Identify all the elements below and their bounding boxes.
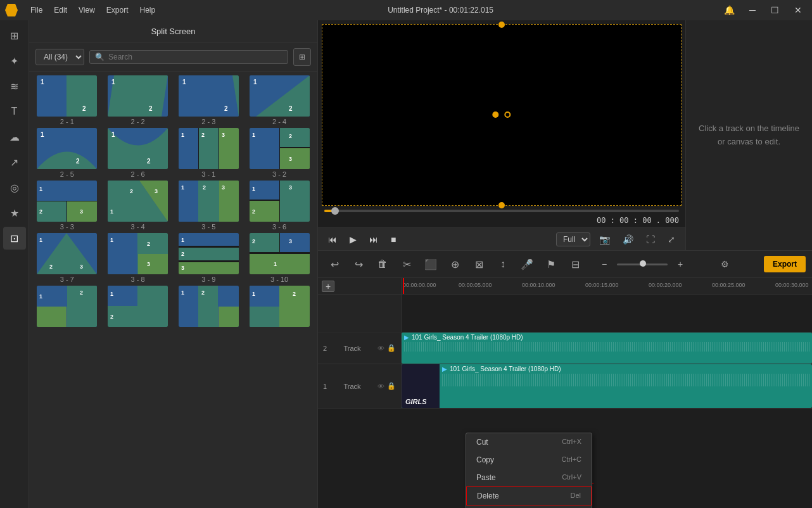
menu-help[interactable]: Help xyxy=(135,3,161,17)
list-item[interactable]: 1 2 3 3 - 7 xyxy=(33,233,101,283)
zoom-out-button[interactable]: − xyxy=(594,254,614,274)
thumbnail-3-3[interactable]: 1 2 3 xyxy=(37,181,97,222)
track-2-visibility-icon[interactable]: 👁 xyxy=(377,345,384,352)
text-icon[interactable]: T xyxy=(3,100,26,123)
thumbnail-3-1[interactable]: 1 2 3 xyxy=(179,128,239,169)
thumbnail-extra-2[interactable]: 1 2 xyxy=(108,286,168,327)
thumbnail-3-4[interactable]: 1 2 3 xyxy=(108,181,168,222)
grid-toggle-button[interactable]: ⊞ xyxy=(293,48,311,66)
crop-button[interactable]: ⊠ xyxy=(469,254,489,274)
quality-selector[interactable]: Full xyxy=(556,232,590,246)
minimize-button[interactable]: ─ xyxy=(744,3,761,18)
menu-file[interactable]: File xyxy=(25,3,48,17)
list-item[interactable]: 1 2 3 3 - 6 xyxy=(245,181,314,231)
screenshot-button[interactable]: 📷 xyxy=(595,232,614,247)
search-box[interactable]: 🔍 xyxy=(89,50,288,64)
list-item[interactable]: 1 2 xyxy=(175,286,243,328)
list-item[interactable]: 1 2 xyxy=(33,286,101,328)
track-1-content[interactable]: GIRLS ▶ 101 Girls_ Season 4 Trailer (108… xyxy=(402,364,812,408)
list-item[interactable]: 2 3 1 3 - 10 xyxy=(245,233,314,283)
close-button[interactable]: ✕ xyxy=(789,3,807,18)
context-menu-paste[interactable]: Paste Ctrl+V xyxy=(466,469,592,486)
list-item[interactable]: 1 2 3 3 - 8 xyxy=(104,233,172,283)
add-track-button[interactable]: + xyxy=(322,281,334,292)
thumbnail-3-5[interactable]: 1 2 3 xyxy=(179,181,239,222)
track-1-lock-icon[interactable]: 🔒 xyxy=(387,382,396,390)
thumbnail-3-9[interactable]: 1 2 3 xyxy=(179,233,239,274)
audio-button[interactable]: 🔊 xyxy=(619,232,637,247)
playback-progress-bar[interactable] xyxy=(324,210,679,212)
mic-button[interactable]: 🎤 xyxy=(517,254,537,274)
empty-track-content[interactable] xyxy=(402,295,812,332)
marker-button[interactable]: ⚑ xyxy=(541,254,561,274)
transition-icon[interactable]: ↗ xyxy=(3,151,26,174)
track-1-visibility-icon[interactable]: 👁 xyxy=(377,383,384,390)
search-input[interactable] xyxy=(108,53,282,61)
cloud-icon[interactable]: ☁ xyxy=(3,125,26,148)
redo-button[interactable]: ↪ xyxy=(348,254,369,274)
list-item[interactable]: 1 2 2 - 3 xyxy=(175,75,243,125)
color-icon[interactable]: ◎ xyxy=(3,176,26,199)
timeline-ruler[interactable]: 00:00:00.000 00:00:05.000 00:00:10.000 0… xyxy=(402,278,812,295)
thumbnail-2-5[interactable]: 1 2 xyxy=(37,128,97,169)
thumbnail-2-1[interactable]: 1 2 xyxy=(37,75,97,117)
list-item[interactable]: 1 2 3 3 - 3 xyxy=(33,181,101,231)
track-2-lock-icon[interactable]: 🔒 xyxy=(387,344,396,352)
star-icon[interactable]: ★ xyxy=(3,201,26,224)
track-1-clip[interactable]: GIRLS ▶ 101 Girls_ Season 4 Trailer (108… xyxy=(402,364,812,408)
list-item[interactable]: 1 2 3 3 - 2 xyxy=(245,128,314,178)
context-menu-copy[interactable]: Copy Ctrl+C xyxy=(466,451,592,469)
canvas-handle-top[interactable] xyxy=(498,22,505,28)
media-icon[interactable]: ⊞ xyxy=(3,24,26,47)
thumbnail-2-2[interactable]: 1 2 xyxy=(108,75,168,117)
list-item[interactable]: 1 2 3 3 - 4 xyxy=(104,181,172,231)
skip-back-button[interactable]: ⏮ xyxy=(324,232,341,247)
play-button[interactable]: ▶ xyxy=(346,232,360,247)
zoom-slider[interactable] xyxy=(617,264,668,265)
expand-button[interactable]: ⤢ xyxy=(664,232,679,247)
delete-button[interactable]: 🗑 xyxy=(372,254,393,274)
list-item[interactable]: 1 2 2 - 5 xyxy=(33,128,101,178)
track-2-clip[interactable]: ▶ 101 Girls_ Season 4 Trailer (1080p HD) xyxy=(402,333,812,364)
context-menu-delete[interactable]: Delete Del xyxy=(466,486,592,505)
export-button[interactable]: Export xyxy=(764,256,806,272)
context-menu-split[interactable]: Split Ctrl+B xyxy=(466,505,592,508)
list-item[interactable]: 1 2 xyxy=(245,286,314,328)
thumbnail-extra-4[interactable]: 1 2 xyxy=(250,286,310,327)
video-canvas[interactable] xyxy=(322,24,682,206)
thumbnail-2-4[interactable]: 1 2 xyxy=(250,75,310,117)
paste-button[interactable]: ⬛ xyxy=(421,254,441,274)
maximize-button[interactable]: ☐ xyxy=(766,3,784,18)
audio-icon[interactable]: ≋ xyxy=(3,75,26,98)
zoom-in-button[interactable]: + xyxy=(670,254,690,274)
filter-dropdown[interactable]: All (34) xyxy=(35,49,84,65)
split-icon[interactable]: ⊡ xyxy=(3,227,26,250)
thumbnail-3-8[interactable]: 1 2 3 xyxy=(108,233,168,274)
list-item[interactable]: 1 2 3 3 - 5 xyxy=(175,181,243,231)
filter-settings-button[interactable]: ⚙ xyxy=(717,257,733,272)
list-item[interactable]: 1 2 3 3 - 1 xyxy=(175,128,243,178)
thumbnail-3-7[interactable]: 1 2 3 xyxy=(37,233,97,274)
thumbnail-2-3[interactable]: 1 2 xyxy=(179,75,239,117)
list-item[interactable]: 1 2 2 - 2 xyxy=(104,75,172,125)
thumbnail-extra-3[interactable]: 1 2 xyxy=(179,286,239,327)
canvas-handle-bottom[interactable] xyxy=(498,202,505,208)
cut-button[interactable]: ✂ xyxy=(396,254,417,274)
thumbnail-2-6[interactable]: 1 2 xyxy=(108,128,168,169)
skip-forward-button[interactable]: ⏭ xyxy=(365,232,382,247)
thumbnail-3-2[interactable]: 1 2 3 xyxy=(250,128,310,169)
thumbnail-3-10[interactable]: 2 3 1 xyxy=(250,233,310,274)
thumbnail-extra-1[interactable]: 1 2 xyxy=(37,286,97,327)
progress-thumb[interactable] xyxy=(331,207,339,215)
list-item[interactable]: 1 2 xyxy=(104,286,172,328)
context-menu-cut[interactable]: Cut Ctrl+X xyxy=(466,433,592,451)
fullscreen-preview-button[interactable]: ⛶ xyxy=(642,232,659,247)
list-item[interactable]: 1 2 2 - 6 xyxy=(104,128,172,178)
track-2-content[interactable]: ▶ 101 Girls_ Season 4 Trailer (1080p HD) xyxy=(402,333,812,364)
menu-view[interactable]: View xyxy=(73,3,100,17)
composite-button[interactable]: ⊕ xyxy=(445,254,465,274)
list-item[interactable]: 1 2 2 - 4 xyxy=(245,75,314,125)
list-item[interactable]: 1 2 2 - 1 xyxy=(33,75,101,125)
undo-button[interactable]: ↩ xyxy=(324,254,345,274)
split-track-button[interactable]: ⊟ xyxy=(565,254,585,274)
